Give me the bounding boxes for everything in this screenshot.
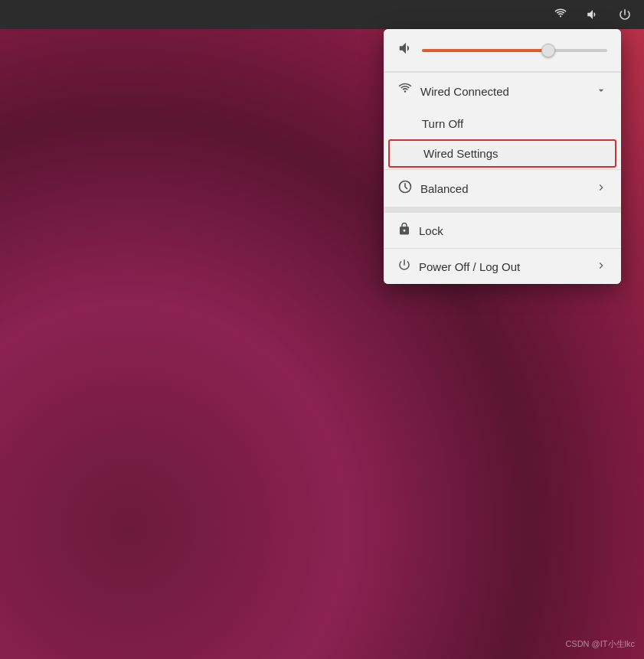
power-off-label: Power Off / Log Out — [419, 260, 587, 273]
volume-topbar-icon[interactable] — [581, 4, 604, 25]
section-gap — [384, 207, 621, 213]
lock-icon — [397, 222, 411, 239]
network-header[interactable]: Wired Connected — [384, 73, 621, 109]
topbar — [0, 0, 644, 29]
network-label: Wired Connected — [420, 85, 587, 98]
watermark: CSDN @IT小生lkc — [565, 638, 635, 650]
system-dropdown-menu: Wired Connected Turn Off Wired Settings … — [384, 29, 621, 284]
power-chevron-icon — [595, 259, 607, 274]
network-topbar-icon[interactable] — [549, 4, 572, 25]
balanced-label: Balanced — [420, 182, 587, 195]
wired-settings-item[interactable]: Wired Settings — [388, 139, 616, 168]
volume-slider-fill — [422, 49, 548, 52]
lock-row[interactable]: Lock — [384, 213, 621, 248]
network-header-icon — [397, 82, 413, 100]
power-off-row[interactable]: Power Off / Log Out — [384, 248, 621, 284]
volume-icon — [397, 40, 414, 60]
volume-slider-thumb[interactable] — [541, 44, 555, 57]
balanced-chevron-icon — [595, 181, 607, 196]
balanced-row[interactable]: Balanced — [384, 169, 621, 207]
network-chevron-icon — [595, 84, 607, 99]
lock-label: Lock — [419, 224, 607, 237]
power-topbar-icon[interactable] — [613, 4, 636, 25]
balanced-icon — [397, 179, 413, 197]
volume-row — [384, 29, 621, 72]
volume-slider-track[interactable] — [422, 49, 607, 52]
power-off-icon — [397, 258, 411, 275]
turn-off-item[interactable]: Turn Off — [384, 109, 621, 138]
